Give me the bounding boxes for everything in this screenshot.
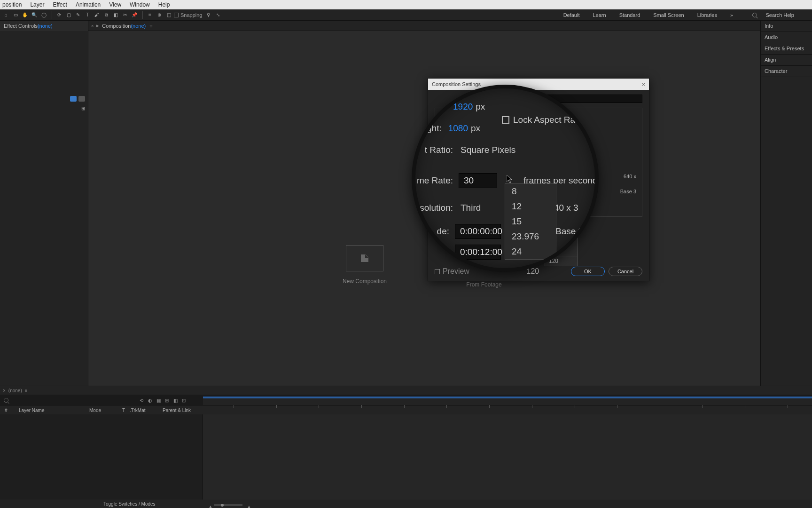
col-parent[interactable]: Parent & Link — [163, 408, 210, 413]
checkbox-icon[interactable] — [435, 269, 440, 274]
snap-option-icon[interactable]: ⚲ — [204, 11, 213, 19]
panel-tab-align[interactable]: Align — [761, 55, 812, 66]
col-trkmat[interactable]: .TrkMat — [130, 408, 163, 413]
col-t[interactable]: T — [122, 408, 130, 413]
timeline-icon[interactable]: ⊡ — [180, 397, 187, 404]
col-number[interactable]: # — [0, 408, 19, 413]
snapping-toggle[interactable]: Snapping ⚲ ⤡ — [174, 11, 223, 19]
mg-res-value[interactable]: Third — [461, 203, 481, 213]
brush-tool-icon[interactable]: 🖌 — [93, 11, 101, 19]
workspace-tab[interactable]: Small Screen — [653, 12, 684, 18]
panel-tab-audio[interactable]: Audio — [761, 32, 812, 43]
mg-width-value[interactable]: 1920 — [453, 102, 473, 112]
mg-fps-input[interactable]: 30 — [459, 173, 497, 188]
flow-icon[interactable]: ▸ — [96, 23, 99, 29]
home-tool-icon[interactable]: ⌂ — [2, 11, 10, 19]
roto-tool-icon[interactable]: ✂ — [121, 11, 129, 19]
shape-tool-icon[interactable]: ▢ — [64, 11, 73, 19]
rotate-tool-icon[interactable]: ⟳ — [55, 11, 63, 19]
col-mode[interactable]: Mode — [89, 408, 122, 413]
clone-tool-icon[interactable]: ⧉ — [102, 11, 110, 19]
project-view-icon[interactable] — [78, 96, 85, 102]
mg-fps-option[interactable]: 24 — [505, 244, 556, 259]
menu-item[interactable]: Help — [158, 1, 170, 8]
timeline-tab-label[interactable]: (none) — [8, 388, 22, 393]
panel-tab-info[interactable]: Info — [761, 21, 812, 32]
workspace-tab[interactable]: Standard — [619, 12, 640, 18]
mg-duration-input[interactable]: 0:00:12:00 — [455, 245, 501, 260]
close-icon[interactable]: × — [641, 81, 645, 88]
mg-fps-option[interactable]: 8 — [505, 184, 556, 199]
menu-item[interactable]: Effect — [53, 1, 67, 8]
zoom-in-icon[interactable]: ▲ — [245, 503, 250, 507]
preview-toggle[interactable]: Preview — [435, 267, 469, 276]
checkbox-icon[interactable] — [174, 13, 179, 17]
tab-link: (none) — [38, 23, 53, 29]
mg-fps-option[interactable]: 12 — [505, 199, 556, 214]
col-layer[interactable]: Layer Name — [19, 408, 89, 413]
anchor-tool-icon[interactable]: ⊕ — [155, 11, 164, 19]
workspace-more-icon[interactable]: » — [730, 13, 733, 18]
new-composition-button[interactable]: New Composition — [343, 245, 387, 285]
puppet-tool-icon[interactable]: 📌 — [130, 11, 139, 19]
close-tab-icon[interactable]: × — [3, 388, 6, 393]
workspace-tab[interactable]: Default — [563, 12, 580, 18]
toggle-switches-button[interactable]: Toggle Switches / Modes — [103, 501, 156, 507]
workspace-tabs: Default Learn Standard Small Screen Libr… — [557, 9, 807, 21]
timeline-layer-list[interactable] — [0, 414, 203, 500]
timeline-icon[interactable]: ▦ — [155, 397, 162, 404]
snap-option-icon[interactable]: ⤡ — [214, 11, 222, 19]
mg-ratio-label: t Ratio: — [419, 145, 453, 155]
zoom-out-icon[interactable]: ▲ — [207, 503, 211, 507]
timeline-ruler[interactable] — [203, 397, 812, 405]
project-tree-icon[interactable]: ⊞ — [81, 106, 85, 111]
zoom-slider[interactable] — [214, 504, 242, 506]
pen-tool-icon[interactable]: ✎ — [74, 11, 82, 19]
menu-item[interactable]: Layer — [30, 1, 44, 8]
panel-tab-effects[interactable]: Effects & Presets — [761, 43, 812, 55]
playhead-bar[interactable] — [203, 397, 812, 398]
mg-height-value[interactable]: 1080 — [448, 123, 468, 134]
mg-height-label: ght: — [427, 123, 442, 134]
project-view-icon[interactable] — [70, 96, 77, 102]
timeline-icon[interactable]: ⊞ — [164, 397, 170, 404]
workspace-tab[interactable]: Learn — [593, 12, 606, 18]
menu-item[interactable]: position — [2, 1, 22, 8]
menu-item[interactable]: View — [109, 1, 121, 8]
timeline-icon[interactable]: ◧ — [172, 397, 179, 404]
timeline-tracks[interactable] — [203, 414, 812, 500]
preview-label: Preview — [443, 267, 469, 276]
new-comp-footage-label2: From Footage — [466, 281, 501, 288]
mask-tool-icon[interactable]: ◫ — [164, 11, 173, 19]
menu-item[interactable]: Window — [130, 1, 150, 8]
orbit-tool-icon[interactable]: ◯ — [39, 11, 48, 19]
panel-menu-icon[interactable]: ≡ — [25, 388, 28, 393]
close-tab-icon[interactable]: × — [91, 24, 94, 28]
timeline-zoom[interactable]: ▲ ▲ — [207, 503, 250, 507]
eraser-tool-icon[interactable]: ◧ — [111, 11, 120, 19]
hand-tool-icon[interactable]: ✋ — [21, 11, 29, 19]
align-tool-icon[interactable]: ≡ — [146, 11, 154, 19]
text-tool-icon[interactable]: T — [83, 11, 92, 19]
dialog-titlebar[interactable]: Composition Settings × — [428, 79, 649, 90]
panel-menu-icon[interactable]: ≡ — [149, 23, 152, 29]
zoom-tool-icon[interactable]: 🔍 — [30, 11, 39, 19]
mg-fps-option[interactable]: 23.976 — [505, 229, 556, 244]
mg-tc-input[interactable]: 0:00:00:00 — [455, 224, 501, 239]
menu-item[interactable]: Animation — [76, 1, 101, 8]
ok-button[interactable]: OK — [571, 267, 605, 276]
cancel-button[interactable]: Cancel — [609, 267, 642, 276]
panel-tab-character[interactable]: Character — [761, 66, 812, 77]
mg-fps-option[interactable]: 15 — [505, 214, 556, 229]
selection-tool-icon[interactable]: ▭ — [11, 11, 20, 19]
mg-lock-checkbox[interactable] — [502, 116, 509, 124]
mg-ratio-value[interactable]: Square Pixels — [461, 145, 515, 155]
timeline-icon[interactable]: ◐ — [147, 397, 153, 404]
mg-fps-dropdown[interactable]: 8 12 15 23.976 24 — [505, 183, 556, 260]
timeline-search[interactable] — [2, 396, 133, 405]
workspace-tab[interactable]: Libraries — [697, 12, 717, 18]
search-icon — [752, 13, 757, 17]
effect-controls-tab[interactable]: Effect Controls (none) — [0, 21, 88, 31]
timeline-icon[interactable]: ⟲ — [138, 397, 145, 404]
search-help[interactable]: Search Help — [746, 12, 801, 18]
